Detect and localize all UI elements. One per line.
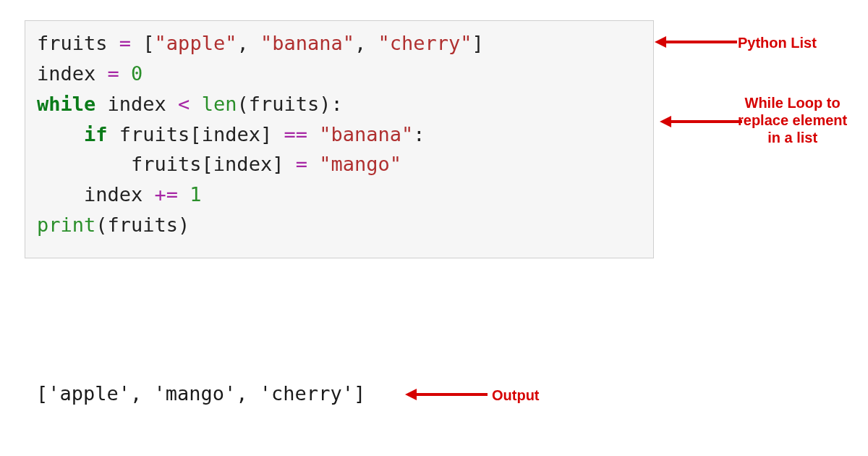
stage: fruits = ["apple", "banana", "cherry"] i… [0,0,868,456]
output-text: ['apple', 'mango', 'cherry'] [36,382,365,405]
code-line-8: print(fruits) [37,210,642,240]
annotation-output: Output [492,387,540,404]
code-line-2: index = 0 [37,59,642,89]
token-builtin: print [37,214,95,236]
token-op: = [296,153,307,175]
code-line-1: fruits = ["apple", "banana", "cherry"] [37,28,642,59]
annotation-while-loop: While Loop to replace element in a list [738,94,847,146]
token-op: == [284,123,307,145]
token-op: = [119,32,131,54]
annotation-python-list: Python List [738,34,817,51]
token-builtin: len [202,93,237,115]
token-var: index [37,62,95,85]
token-string: "banana" [319,123,413,145]
code-block: fruits = ["apple", "banana", "cherry"] i… [25,20,654,258]
token-op: < [178,93,190,115]
code-line-6: index += 1 [37,180,642,210]
token-op: += [155,183,179,206]
token-op: = [108,62,119,85]
token-string: "cherry" [378,32,472,54]
token-string: "banana" [260,32,354,54]
token-keyword: if [84,123,108,145]
code-line-3: while index < len(fruits): [37,89,642,119]
token-string: "apple" [155,32,237,54]
code-line-5: fruits[index] = "mango" [37,149,642,180]
token-bracket: ] [472,32,484,54]
token-number: 1 [190,183,201,206]
token-keyword: while [37,93,95,115]
token-string: "mango" [319,153,401,175]
token-number: 0 [131,62,142,85]
token-var: fruits [37,32,108,54]
token-bracket: [ [142,32,154,54]
code-line-4: if fruits[index] == "banana": [37,119,642,150]
